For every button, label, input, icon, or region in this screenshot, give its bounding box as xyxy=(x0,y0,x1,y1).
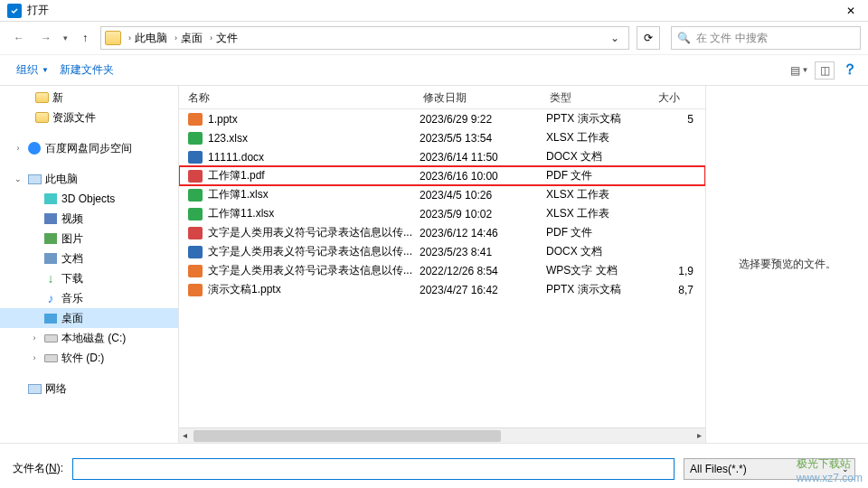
search-input[interactable]: 🔍 在 文件 中搜索 xyxy=(671,26,861,50)
file-date: 2023/4/27 16:42 xyxy=(420,284,546,296)
breadcrumb-seg[interactable]: 文件 xyxy=(216,31,238,46)
file-type: PPTX 演示文稿 xyxy=(546,282,650,297)
file-row[interactable]: 工作簿11.xlsx2023/5/9 10:02XLSX 工作表 xyxy=(179,204,705,223)
file-type: PDF 文件 xyxy=(546,225,650,240)
file-row[interactable]: 文字是人类用表义符号记录表达信息以传...2023/6/12 14:46PDF … xyxy=(179,223,705,242)
col-type[interactable]: 类型 xyxy=(541,86,645,108)
file-row[interactable]: 文字是人类用表义符号记录表达信息以传...2022/12/26 8:54WPS文… xyxy=(179,261,705,280)
file-row[interactable]: 11111.docx2023/6/14 11:50DOCX 文档 xyxy=(179,147,705,166)
refresh-button[interactable]: ⟳ xyxy=(637,26,660,50)
file-name: 工作簿1.pdf xyxy=(208,168,420,183)
file-date: 2023/6/14 11:50 xyxy=(420,151,546,164)
main-area: 新 资源文件 ›百度网盘同步空间 ⌄此电脑 3D Objects 视频 图片 文… xyxy=(0,85,868,443)
breadcrumb-root[interactable]: 此电脑 xyxy=(135,31,167,46)
file-size: 1,9 xyxy=(650,265,693,277)
file-icon xyxy=(188,189,203,202)
file-type: DOCX 文档 xyxy=(546,244,650,259)
tree-item[interactable]: ›本地磁盘 (C:) xyxy=(0,328,178,348)
toolbar: 组织▼ 新建文件夹 ▤▼ ◫ ？ xyxy=(0,54,868,85)
breadcrumb[interactable]: ›此电脑 ›桌面 ›文件 ⌄ xyxy=(100,26,629,50)
file-icon xyxy=(188,208,203,221)
preview-message: 选择要预览的文件。 xyxy=(739,257,836,272)
col-name[interactable]: 名称 xyxy=(179,86,414,108)
tree-item[interactable]: 图片 xyxy=(0,229,178,249)
file-icon xyxy=(188,265,203,277)
tree-item[interactable]: ›软件 (D:) xyxy=(0,348,178,368)
forward-button: → xyxy=(34,26,58,50)
search-placeholder: 在 文件 中搜索 xyxy=(696,31,768,46)
file-type: DOCX 文档 xyxy=(546,149,650,164)
tree-item[interactable]: 新 xyxy=(0,88,178,108)
footer: 文件名(N): All Files(*.*)⌄ xyxy=(0,443,868,488)
file-date: 2023/5/9 10:02 xyxy=(420,208,546,221)
file-name: 工作簿11.xlsx xyxy=(208,206,420,221)
tree-item[interactable]: 资源文件 xyxy=(0,108,178,127)
tree-item-baidu[interactable]: ›百度网盘同步空间 xyxy=(0,138,178,158)
file-name: 演示文稿1.pptx xyxy=(208,282,420,297)
organize-menu[interactable]: 组织▼ xyxy=(11,59,54,81)
file-date: 2023/6/29 9:22 xyxy=(420,113,546,126)
view-mode-icon[interactable]: ▤▼ xyxy=(789,61,809,80)
window-title: 打开 xyxy=(27,3,841,18)
search-icon: 🔍 xyxy=(677,32,691,44)
file-row[interactable]: 1.pptx2023/6/29 9:22PPTX 演示文稿5 xyxy=(179,109,705,128)
file-icon xyxy=(188,113,203,126)
back-button[interactable]: ← xyxy=(7,26,31,50)
file-type: XLSX 工作表 xyxy=(546,206,650,221)
file-name: 123.xlsx xyxy=(208,132,420,145)
file-type: XLSX 工作表 xyxy=(546,130,650,145)
titlebar: 打开 ✕ xyxy=(0,0,868,22)
tree-item[interactable]: ↓下载 xyxy=(0,268,178,288)
file-name: 1.pptx xyxy=(208,113,420,126)
file-row[interactable]: 工作簿1.xlsx2023/4/5 10:26XLSX 工作表 xyxy=(179,185,705,204)
file-name: 文字是人类用表义符号记录表达信息以传... xyxy=(208,263,420,278)
preview-pane-icon[interactable]: ◫ xyxy=(815,61,835,80)
filename-label: 文件名(N): xyxy=(13,461,63,476)
file-date: 2022/12/26 8:54 xyxy=(420,265,546,277)
tree-item-thispc[interactable]: ⌄此电脑 xyxy=(0,169,178,189)
recent-dropdown[interactable]: ▾ xyxy=(61,33,70,42)
file-filter-dropdown[interactable]: All Files(*.*)⌄ xyxy=(684,458,855,480)
horizontal-scrollbar[interactable]: ◂▸ xyxy=(179,427,705,443)
navbar: ← → ▾ ↑ ›此电脑 ›桌面 ›文件 ⌄ ⟳ 🔍 在 文件 中搜索 xyxy=(0,22,868,54)
folder-tree[interactable]: 新 资源文件 ›百度网盘同步空间 ⌄此电脑 3D Objects 视频 图片 文… xyxy=(0,86,179,443)
file-row[interactable]: 工作簿1.pdf2023/6/16 10:00PDF 文件 xyxy=(179,166,705,185)
tree-item[interactable]: 文档 xyxy=(0,249,178,268)
file-name: 文字是人类用表义符号记录表达信息以传... xyxy=(208,225,420,240)
file-date: 2023/4/5 10:26 xyxy=(420,189,546,202)
file-type: WPS文字 文档 xyxy=(546,263,650,278)
file-size: 8,7 xyxy=(650,284,693,296)
folder-icon xyxy=(105,31,121,45)
up-button[interactable]: ↑ xyxy=(73,26,97,50)
tree-item[interactable]: 3D Objects xyxy=(0,189,178,209)
col-size[interactable]: 大小 xyxy=(645,86,690,108)
breadcrumb-seg[interactable]: 桌面 xyxy=(181,31,203,46)
breadcrumb-dropdown[interactable]: ⌄ xyxy=(605,32,625,44)
file-type: PDF 文件 xyxy=(546,168,650,183)
file-list: 名称 修改日期 类型 大小 1.pptx2023/6/29 9:22PPTX 演… xyxy=(179,86,705,443)
column-headers[interactable]: 名称 修改日期 类型 大小 xyxy=(179,86,705,109)
close-icon[interactable]: ✕ xyxy=(841,3,861,19)
help-icon[interactable]: ？ xyxy=(843,61,857,80)
file-name: 文字是人类用表义符号记录表达信息以传... xyxy=(208,244,420,259)
tree-item-desktop[interactable]: 桌面 xyxy=(0,308,178,328)
file-icon xyxy=(188,170,203,183)
file-date: 2023/6/12 14:46 xyxy=(420,227,546,239)
file-icon xyxy=(188,227,203,239)
file-icon xyxy=(188,246,203,258)
tree-item[interactable]: ♪音乐 xyxy=(0,288,178,308)
tree-item[interactable]: 视频 xyxy=(0,209,178,229)
file-name: 11111.docx xyxy=(208,151,420,164)
file-row[interactable]: 文字是人类用表义符号记录表达信息以传...2023/5/23 8:41DOCX … xyxy=(179,242,705,261)
file-icon xyxy=(188,284,203,296)
file-type: PPTX 演示文稿 xyxy=(546,111,650,127)
file-row[interactable]: 演示文稿1.pptx2023/4/27 16:42PPTX 演示文稿8,7 xyxy=(179,280,705,299)
filename-input[interactable] xyxy=(72,458,675,480)
col-date[interactable]: 修改日期 xyxy=(414,86,541,108)
file-icon xyxy=(188,132,203,145)
file-name: 工作簿1.xlsx xyxy=(208,187,420,202)
new-folder-button[interactable]: 新建文件夹 xyxy=(54,59,119,81)
file-date: 2023/5/5 13:54 xyxy=(420,132,546,145)
file-row[interactable]: 123.xlsx2023/5/5 13:54XLSX 工作表 xyxy=(179,128,705,147)
tree-item-network[interactable]: 网络 xyxy=(0,379,178,399)
